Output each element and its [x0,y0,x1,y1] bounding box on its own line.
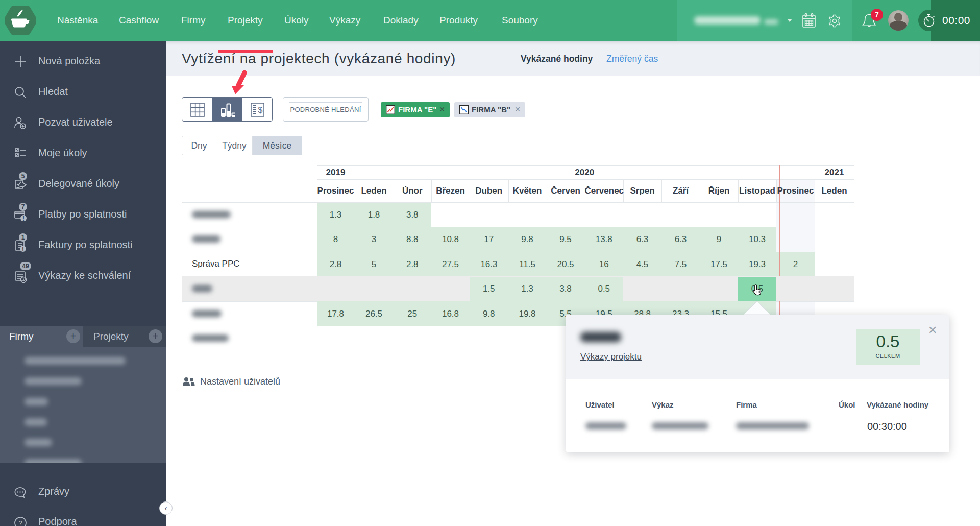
svg-text:?: ? [18,519,22,526]
svg-text:$: $ [258,106,263,114]
svg-text:!: ! [22,246,24,253]
svg-text:!: ! [22,215,24,222]
